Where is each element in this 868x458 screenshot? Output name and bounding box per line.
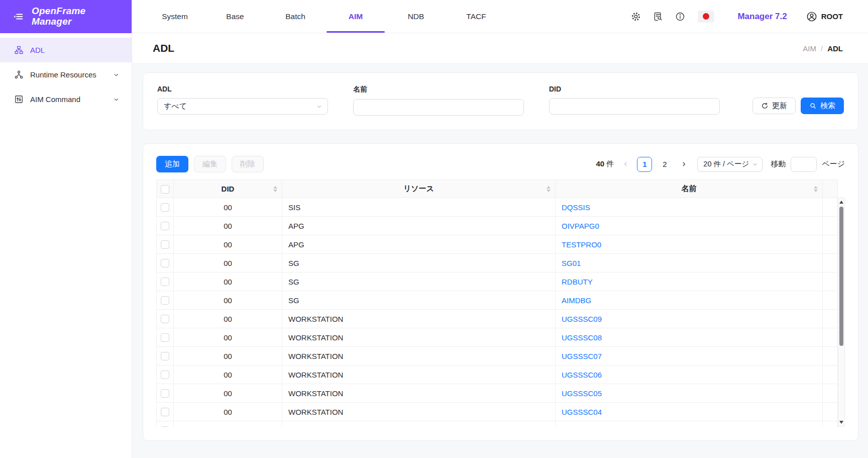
row-checkbox[interactable] [161,296,169,305]
select-all-checkbox[interactable] [161,185,169,194]
row-checkbox[interactable] [161,389,169,398]
breadcrumb-current: ADL [827,44,843,53]
goto-page-input[interactable] [791,157,817,172]
next-page-button[interactable] [677,157,690,172]
cell-name-link[interactable]: UGSSSC09 [562,315,602,323]
row-checkbox[interactable] [161,259,169,267]
tab-batch[interactable]: Batch [265,0,325,33]
column-header-resource[interactable]: リソース [282,180,556,198]
row-checkbox[interactable] [161,333,169,342]
cell-name-link[interactable]: UGSSSC03 [562,426,602,427]
filter-field-adl: ADL すべて [157,85,328,115]
sidebar-item-label: Runtime Resources [30,70,96,79]
scroll-up-arrow-icon[interactable] [838,199,844,206]
sidebar-collapse-button[interactable] [11,10,25,24]
row-action-buttons: 追加 編集 削除 [156,156,264,172]
cell-filler [823,310,838,328]
cell-name-link[interactable]: UGSSSC06 [562,371,602,379]
chevron-down-icon [316,103,322,110]
cell-name-link[interactable]: UGSSSC08 [562,333,602,342]
pagination: 40 件 1 2 20 件 / ページ [596,157,845,172]
total-count-unit: 件 [606,159,614,168]
sort-control-did[interactable] [273,186,277,192]
cell-name-link[interactable]: AIMDBG [562,296,591,305]
cell-resource: SG [282,254,556,272]
user-menu[interactable]: ROOT [806,11,843,22]
add-button[interactable]: 追加 [156,156,188,172]
cluster-icon [14,70,24,80]
cell-name-link[interactable]: UGSSSC04 [562,408,602,416]
tab-system[interactable]: System [145,0,205,33]
sidebar-item-adl[interactable]: ADL [0,38,132,62]
row-checkbox[interactable] [161,408,169,416]
cell-name-link[interactable]: SG01 [562,259,581,267]
cell-name-link[interactable]: UGSSSC07 [562,352,602,360]
row-checkbox[interactable] [161,240,169,249]
column-header-name[interactable]: 名前 [556,180,823,198]
adl-select[interactable]: すべて [157,98,328,115]
page-button-2[interactable]: 2 [657,157,672,172]
chevron-down-icon [113,96,120,103]
did-input[interactable] [556,102,713,111]
column-header-did[interactable]: DID [174,180,282,198]
cell-did: 00 [174,365,282,384]
row-checkbox[interactable] [161,278,169,286]
sidebar-item-label: ADL [30,46,45,54]
sidebar-item-aim-command[interactable]: AIM Command [0,87,132,112]
cell-did: 00 [174,328,282,347]
table-row: 00 SG SG01 [157,254,838,272]
page-button-1[interactable]: 1 [637,157,652,172]
name-input[interactable] [360,103,517,112]
audit-log-icon[interactable] [653,11,664,22]
cell-name-link[interactable]: DQSSIS [562,203,590,212]
table-scroll-area: DID リソース 名前 [156,179,845,427]
row-checkbox[interactable] [161,426,169,427]
cell-name-link[interactable]: OIVPAPG0 [562,222,599,230]
breadcrumb: AIM / ADL [803,44,843,53]
cell-filler [823,291,838,310]
row-checkbox[interactable] [161,222,169,230]
prev-page-button[interactable] [619,157,632,172]
info-icon[interactable] [675,11,686,22]
table-vertical-scrollbar[interactable] [838,198,845,427]
scroll-down-arrow-icon[interactable] [838,419,844,426]
row-checkbox[interactable] [161,315,169,323]
page-size-value: 20 件 / ページ [703,159,749,169]
tab-aim[interactable]: AIM [325,0,386,33]
breadcrumb-parent[interactable]: AIM [803,44,816,53]
page-size-select[interactable]: 20 件 / ページ [697,157,763,172]
command-panel-icon [14,95,24,105]
cell-filler [823,403,838,421]
delete-button[interactable]: 削除 [232,156,264,172]
table-toolbar: 追加 編集 削除 40 件 1 2 [156,156,845,172]
scrollbar-thumb[interactable] [839,207,843,346]
cell-did: 00 [174,347,282,365]
table-row: 00 WORKSTATION UGSSSC04 [157,403,838,421]
row-checkbox[interactable] [161,203,169,212]
search-button[interactable]: 検索 [801,98,844,114]
table-row: 00 WORKSTATION UGSSSC08 [157,328,838,347]
tab-base[interactable]: Base [205,0,265,33]
sidebar: OpenFrame Manager ADL [0,0,132,458]
chevron-down-icon [752,161,758,167]
cell-name-link[interactable]: UGSSSC05 [562,389,602,398]
search-icon [809,102,817,110]
total-count-number: 40 [596,159,605,168]
sort-control-name[interactable] [814,186,818,192]
cell-filler [823,421,838,427]
row-checkbox[interactable] [161,371,169,379]
refresh-button[interactable]: 更新 [752,98,796,114]
sidebar-item-runtime-resources[interactable]: Runtime Resources [0,62,132,87]
cell-filler [823,272,838,291]
cell-name-link[interactable]: RDBUTY [562,278,593,286]
tab-ndb[interactable]: NDB [386,0,446,33]
cell-name-link[interactable]: TESTPRO0 [562,240,601,249]
settings-gear-icon[interactable] [630,11,641,22]
sort-control-resource[interactable] [547,186,551,192]
language-flag-jp-icon[interactable] [698,11,714,23]
filter-actions: 更新 検索 [752,98,844,114]
edit-button[interactable]: 編集 [194,156,226,172]
cell-resource: SIS [282,198,556,217]
row-checkbox[interactable] [161,352,169,360]
tab-tacf[interactable]: TACF [446,0,506,33]
